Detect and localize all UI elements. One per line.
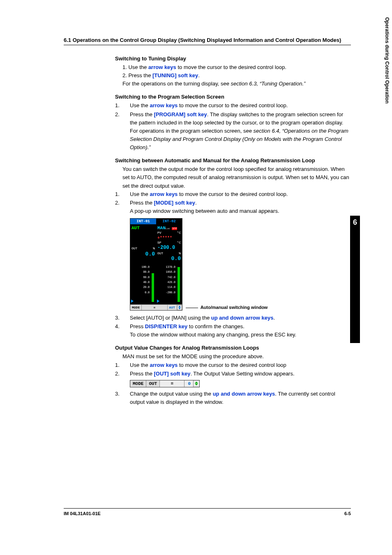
- key-ref: [OUT] soft key: [154, 371, 191, 377]
- key-ref: [MODE] soft key: [154, 200, 195, 206]
- section-header: 6.1 Operations on the Control Group Disp…: [64, 37, 351, 45]
- list-item: 2. Press the [MODE] soft key. A pop-up w…: [115, 199, 351, 215]
- key-ref: [PROGRAM] soft key: [154, 111, 207, 117]
- lcd-tab: INT-02: [156, 219, 182, 224]
- output-value: 0: [184, 380, 194, 387]
- list-output-cont: 3. Change the output value using the up …: [115, 390, 351, 406]
- chapter-number: 6: [350, 216, 360, 229]
- list-item: 1. Use the arrow keys to move the cursor…: [122, 63, 351, 71]
- callout: Auto/manual switching window: [186, 305, 268, 310]
- content-body: Switching to Tuning Display 1. Use the a…: [115, 55, 351, 406]
- lcd-bar-1: 100.0 80.0 60.0 40.0 20.0 0.0: [130, 263, 156, 304]
- key-ref: arrow keys: [150, 102, 178, 108]
- cursor-icon: [131, 299, 134, 303]
- lcd-panel-1: AUT OUT % 0.0: [130, 224, 156, 263]
- list-item: 1. Use the arrow keys to move the cursor…: [115, 361, 351, 369]
- list-tuning: 1. Use the arrow keys to move the cursor…: [115, 63, 351, 80]
- heading-output: Output Value Changes for Analog Retransm…: [115, 345, 351, 351]
- up-down-icon: [194, 381, 199, 386]
- key-ref: up and down arrow keys: [213, 391, 275, 397]
- list-item: 3. Select [AUTO] or [MAN] using the up a…: [115, 314, 351, 322]
- mode-badge: MAN: [157, 226, 166, 230]
- intro-output: MAN must be set for the MODE using the p…: [115, 352, 351, 361]
- lcd-bar-2: 1370.0 1056.0 742.0 428.0 114.0 -200.0: [156, 263, 182, 304]
- lcd-tab: INT-01: [130, 219, 156, 224]
- list-auto-manual-cont: 3. Select [AUTO] or [MAN] using the up a…: [115, 314, 351, 339]
- list-output: 1. Use the arrow keys to move the cursor…: [115, 361, 351, 378]
- list-item: 2. Press the [OUT] soft key. The Output …: [115, 370, 351, 378]
- list-item: 2. Press the [PROGRAM] soft key. The dis…: [115, 111, 351, 152]
- up-down-icon: [177, 305, 182, 310]
- mode-out-bar: MODE OUT = 0: [130, 380, 200, 387]
- status-badge: STP: [172, 227, 177, 230]
- softkey: MODE: [130, 305, 142, 310]
- key-ref: DISP/ENTER key: [145, 323, 187, 329]
- thumb-tab: 6: [350, 216, 360, 343]
- bar-icon: [178, 267, 180, 302]
- list-program: 1. Use the arrow keys to move the cursor…: [115, 101, 351, 152]
- note-tuning: For the operations on the turning displa…: [115, 80, 351, 88]
- key-ref: up and down arrow keys: [211, 315, 274, 321]
- heading-tuning: Switching to Tuning Display: [115, 55, 351, 62]
- heading-program: Switching to the Program Selection Scree…: [115, 94, 351, 100]
- list-item: 2. Press the [TUNING] soft key.: [122, 71, 351, 80]
- cursor-icon: [157, 299, 159, 303]
- lcd-softkey-bar: MODE = AUT: [130, 304, 182, 310]
- page-number: 6-5: [344, 511, 351, 516]
- bar-icon: [152, 273, 154, 302]
- key-ref: arrow keys: [150, 191, 178, 197]
- chapter-title-vertical: Operations during Control Operation: [384, 17, 391, 124]
- key-ref: arrow keys: [150, 362, 178, 368]
- softkey: OUT: [146, 380, 160, 387]
- list-item: 4. Press DISP/ENTER key to confirm the c…: [115, 322, 351, 339]
- doc-id: IM 04L31A01-01E: [64, 511, 101, 516]
- list-item: 1. Use the arrow keys to move the cursor…: [115, 101, 351, 110]
- softkey: MODE: [130, 380, 146, 387]
- intro-auto-manual: You can switch the output mode for the c…: [115, 165, 351, 190]
- key-ref: arrow keys: [148, 64, 176, 70]
- mode-badge: AUT: [131, 225, 155, 231]
- lcd-panel-2: MANLoc STP PV °C +***** SP °C -200.0 OUT…: [156, 224, 182, 263]
- lcd-screenshot: INT-01 INT-02 AUT OUT % 0.0 MANLoc STP P…: [130, 218, 182, 311]
- softkey-value: AUT: [168, 305, 177, 310]
- page-footer: IM 04L31A01-01E 6-5: [64, 508, 351, 516]
- list-auto-manual: 1. Use the arrow keys to move the cursor…: [115, 190, 351, 215]
- document-page: 6.1 Operations on the Control Group Disp…: [0, 0, 392, 555]
- key-ref: [TUNING] soft key: [152, 72, 198, 78]
- list-item: 3. Change the output value using the up …: [115, 390, 351, 406]
- heading-auto-manual: Switching between Automatic and Manual f…: [115, 157, 351, 164]
- list-item: 1. Use the arrow keys to move the cursor…: [115, 190, 351, 198]
